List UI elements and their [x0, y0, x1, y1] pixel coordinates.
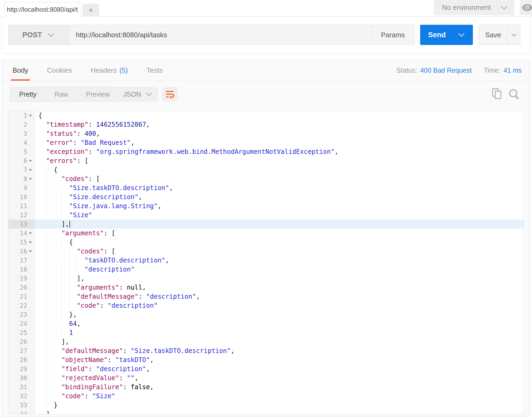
code-line-content: "timestamp": 1462556152067,	[35, 120, 523, 129]
fold-arrow-icon[interactable]	[27, 160, 34, 162]
search-button[interactable]	[508, 88, 519, 100]
line-number: 17	[20, 256, 27, 265]
method-dropdown[interactable]: POST	[9, 25, 69, 45]
request-tab[interactable]: http://localhost:8080/api/t	[4, 2, 80, 17]
code-line[interactable]: 29"field": "description",	[9, 364, 523, 373]
code-line[interactable]: 251	[9, 328, 523, 337]
code-line[interactable]: 27"defaultMessage": "Size.taskDTO.descri…	[9, 346, 523, 355]
code-line[interactable]: 32"code": "Size"	[9, 392, 523, 401]
text-cursor	[69, 221, 70, 228]
environment-selector[interactable]: No environment	[434, 0, 514, 15]
line-number: 12	[20, 211, 27, 220]
code-line[interactable]: 9"Size.taskDTO.description",	[9, 183, 523, 192]
save-options-button[interactable]	[507, 25, 520, 45]
code-line[interactable]: 34]	[9, 410, 523, 414]
code-line[interactable]: 31"bindingFailure": false,	[9, 383, 523, 392]
params-button[interactable]: Params	[371, 25, 414, 45]
save-button[interactable]: Save	[479, 25, 507, 45]
tab-body[interactable]: Body	[11, 60, 30, 81]
code-line[interactable]: 14"arguments": [	[9, 229, 523, 238]
fold-arrow-icon[interactable]	[27, 115, 34, 117]
line-number: 34	[20, 410, 27, 414]
view-preview[interactable]: Preview	[77, 87, 119, 101]
environment-preview-button[interactable]	[520, 0, 532, 15]
code-line[interactable]: 8"codes": [	[9, 174, 523, 183]
line-number: 22	[20, 301, 27, 310]
code-line[interactable]: 3"status": 400,	[9, 129, 523, 138]
code-line[interactable]: 10"Size.description",	[9, 192, 523, 202]
code-line[interactable]: 19],	[9, 274, 523, 283]
line-number-gutter: 2	[9, 120, 35, 129]
line-number-gutter: 9	[9, 183, 35, 192]
code-line[interactable]: 22"code": "description"	[9, 301, 523, 310]
status-label: Status:	[396, 67, 417, 74]
code-line[interactable]: 6"errors": [	[9, 156, 523, 165]
code-line-content: "bindingFailure": false,	[35, 383, 523, 392]
code-line-content: "arguments": [	[35, 229, 523, 238]
language-dropdown[interactable]: JSON	[117, 87, 158, 102]
eye-icon	[522, 4, 532, 11]
code-line[interactable]: 15{	[9, 238, 523, 247]
code-line-content: ],	[35, 274, 523, 283]
code-line[interactable]: 2"timestamp": 1462556152067,	[9, 120, 523, 129]
tab-tests[interactable]: Tests	[145, 60, 164, 81]
code-line[interactable]: 2464,	[9, 319, 523, 328]
line-number: 19	[20, 274, 27, 283]
url-input[interactable]: http://localhost:8080/api/tasks	[69, 25, 371, 45]
code-line-content: "code": "Size"	[35, 392, 523, 401]
code-line[interactable]: 17"taskDTO.description",	[9, 256, 523, 265]
code-line[interactable]: 5"exception": "org.springframework.web.b…	[9, 147, 523, 156]
copy-icon	[491, 88, 502, 100]
tab-cookies[interactable]: Cookies	[45, 60, 73, 81]
view-pretty[interactable]: Pretty	[10, 87, 46, 101]
status-badge[interactable]: 400 Bad Request	[420, 67, 472, 74]
response-tabs: Body Cookies Headers (5) Tests	[11, 60, 164, 81]
code-line-content: {	[35, 111, 523, 120]
fold-arrow-icon[interactable]	[27, 232, 34, 234]
line-number: 28	[20, 355, 27, 364]
line-number: 14	[20, 229, 27, 238]
code-line[interactable]: 11"Size.java.lang.String",	[9, 202, 523, 211]
code-line[interactable]: 33}	[9, 401, 523, 410]
line-number-gutter: 8	[9, 174, 35, 183]
line-number-gutter: 22	[9, 301, 35, 310]
code-line-content: "objectName": "taskDTO",	[35, 355, 523, 364]
code-line[interactable]: 21"defaultMessage": "description",	[9, 292, 523, 301]
code-line-content: 64,	[35, 319, 523, 328]
fold-arrow-icon[interactable]	[27, 250, 34, 252]
line-number-gutter: 34	[9, 410, 35, 414]
response-header: Body Cookies Headers (5) Tests Status: 4…	[2, 60, 530, 81]
code-line[interactable]: 18"description"	[9, 265, 523, 274]
code-line[interactable]: 4"error": "Bad Request",	[9, 138, 523, 147]
fold-arrow-icon[interactable]	[27, 178, 34, 180]
code-line[interactable]: 1{	[9, 111, 523, 120]
url-value: http://localhost:8080/api/tasks	[76, 31, 167, 39]
code-line[interactable]: 12"Size"	[9, 211, 523, 220]
new-tab-button[interactable]: +	[83, 4, 99, 17]
code-line-content: "rejectedValue": "",	[35, 373, 523, 383]
code-line-content: "arguments": null,	[35, 283, 523, 292]
fold-arrow-icon[interactable]	[27, 169, 34, 171]
send-button[interactable]: Send	[420, 25, 473, 45]
code-line[interactable]: 7{	[9, 165, 523, 174]
code-line-content: "codes": [	[35, 247, 523, 256]
code-line[interactable]: 13],	[9, 220, 523, 229]
tab-headers[interactable]: Headers (5)	[89, 60, 129, 81]
fold-arrow-icon[interactable]	[27, 241, 34, 243]
plus-icon: +	[88, 5, 93, 15]
view-raw[interactable]: Raw	[46, 87, 77, 101]
code-line[interactable]: 26],	[9, 337, 523, 346]
code-line[interactable]: 23},	[9, 310, 523, 319]
line-number: 29	[20, 364, 27, 373]
code-line[interactable]: 16"codes": [	[9, 247, 523, 256]
code-line[interactable]: 30"rejectedValue": "",	[9, 373, 523, 383]
line-number: 3	[23, 129, 27, 138]
time-value: 41 ms	[504, 67, 522, 74]
wrap-text-button[interactable]	[162, 87, 178, 102]
code-line-content: "field": "description",	[35, 364, 523, 373]
code-line[interactable]: 20"arguments": null,	[9, 283, 523, 292]
copy-button[interactable]	[491, 88, 502, 100]
code-editor[interactable]: 1{2"timestamp": 1462556152067,3"status":…	[8, 111, 524, 414]
request-tab-label: http://localhost:8080/api/t	[7, 6, 78, 13]
code-line[interactable]: 28"objectName": "taskDTO",	[9, 355, 523, 364]
